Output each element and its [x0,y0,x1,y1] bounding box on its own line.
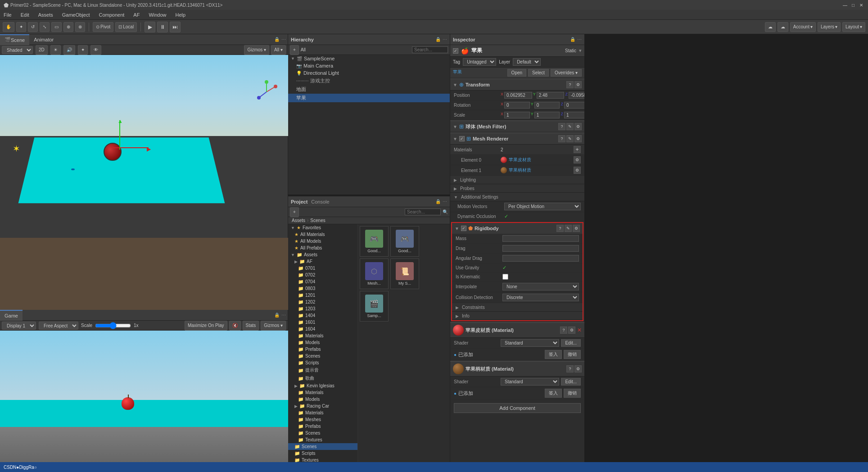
meshrenderer-edit-icon[interactable]: ✎ [566,135,574,142]
scene-more-icon[interactable]: ⋯ [281,37,286,42]
lighting-section[interactable]: ▶ Lighting [450,176,584,184]
meshrenderer-info-icon[interactable]: ? [558,135,565,142]
breadcrumb-assets[interactable]: Assets [292,218,305,223]
proj-1202[interactable]: 📁 1202 [288,299,357,305]
project-search-input[interactable] [405,209,441,215]
material1-info-icon[interactable]: ? [560,327,567,334]
proj-all-prefabs[interactable]: ★ All Prefabs [288,245,357,251]
proj-1601[interactable]: 📁 1601 [288,319,357,326]
project-add-button[interactable]: + [290,207,299,217]
play-button[interactable]: ▶ [145,22,155,32]
proj-scenes[interactable]: 📁 Scenes [288,443,357,450]
material1-remove-button[interactable]: 撤销 [564,350,581,359]
collab-button[interactable]: ☁ [765,22,776,32]
material2-edit-button[interactable]: Edit... [561,378,581,386]
local-button[interactable]: ⊡ Local [115,22,137,32]
scale-tool-button[interactable]: ⤡ [40,22,50,32]
additional-settings-section[interactable]: ▼ Additional Settings [450,193,584,201]
dynamic-occlusion-check[interactable]: ✓ [504,213,508,219]
lighting-toggle[interactable]: ☀ [50,45,61,55]
rigidbody-checkbox[interactable]: ✓ [461,226,466,231]
proj-scripts[interactable]: 📁 Scripts [288,450,357,457]
add-component-button[interactable]: Add Component [454,403,581,413]
effects-toggle[interactable]: ✦ [78,45,88,55]
hier-item-samplescene[interactable]: ▼ 🎬 SampleScene [288,55,450,62]
proj-af-scenes[interactable]: 📁 Scenes [288,353,357,359]
layer-select[interactable]: Default [513,58,541,66]
material1-settings-icon[interactable]: ⚙ [568,327,575,334]
proj-af-models[interactable]: 📁 Models [288,339,357,346]
proj-0803[interactable]: 📁 0803 [288,285,357,292]
material2-settings-icon[interactable]: ⚙ [574,365,582,372]
proj-0702[interactable]: 📁 0702 [288,272,357,278]
element1-settings-icon[interactable]: ⚙ [574,167,581,174]
project-lock-icon[interactable]: 🔒 [435,199,441,204]
material1-header[interactable]: 苹果皮材质 (Material) ? ⚙ ✕ [450,322,584,338]
obj-active-checkbox[interactable]: ✓ [453,48,458,54]
hand-tool-button[interactable]: ✋ [3,22,14,32]
mass-field[interactable]: 1 [502,235,579,242]
proj-rc-scenes[interactable]: 📁 Scenes [288,430,357,436]
hierarchy-lock-icon[interactable]: 🔒 [435,37,441,42]
meshfilter-info-icon[interactable]: ? [558,123,565,130]
step-button[interactable]: ⏭ [170,22,181,32]
hier-item-maincamera[interactable]: 📷 Main Camera [288,62,450,69]
pos-z-field[interactable] [569,92,584,99]
2d-toggle[interactable]: 2D [36,45,48,55]
meshfilter-settings-icon[interactable]: ⚙ [574,123,582,130]
overrides-button[interactable]: Overrides ▾ [551,69,582,77]
menu-assets[interactable]: Assets [36,11,55,18]
maximize-button[interactable]: □ [850,2,856,8]
proj-favorites[interactable]: ▼ ★ Favorites [288,224,357,231]
sc-x-field[interactable] [504,112,530,118]
game-tab[interactable]: Game [0,310,23,321]
meshrenderer-settings-icon[interactable]: ⚙ [574,135,582,142]
proj-assets-root[interactable]: ▼ 📁 Assets [288,251,357,258]
shading-dropdown[interactable]: Shaded [2,46,33,54]
move-tool-button[interactable]: ✦ [16,22,26,32]
element1-value[interactable]: 苹果柄材质 [509,167,572,173]
rect-tool-button[interactable]: ▭ [51,22,62,32]
animator-tab[interactable]: Animator [29,34,58,45]
proj-songs[interactable]: 📁 歌曲 [288,374,357,382]
obj-name[interactable]: 苹果 [471,47,562,54]
material2-header[interactable]: 苹果柄材质 (Material) ? ⚙ [450,361,584,377]
rigidbody-component-header[interactable]: ▼ ✓ ⬟ Rigidbody ? ✎ ⚙ [452,223,583,234]
custom-tool-button[interactable]: ⊗ [75,22,85,32]
rotate-tool-button[interactable]: ↺ [28,22,38,32]
hier-item-ground[interactable]: 地面 [288,85,450,94]
proj-sound-hint[interactable]: 📁 提示音 [288,366,357,374]
proj-af-materials[interactable]: 📁 Materials [288,332,357,339]
open-button[interactable]: Open [507,69,526,77]
meshrenderer-checkbox[interactable]: ✓ [459,136,465,141]
menu-gameobject[interactable]: GameObject [60,11,92,18]
select-button[interactable]: Select [528,69,549,77]
hidden-toggle[interactable]: 👁 [90,45,101,55]
proj-rc-prefabs[interactable]: 📁 Prefabs [288,423,357,430]
is-kinematic-checkbox[interactable] [502,274,508,280]
proj-kevin-models[interactable]: 📁 Models [288,396,357,403]
proj-all-materials[interactable]: ★ All Materials [288,231,357,238]
layers-button[interactable]: Layers ▾ [818,22,841,32]
menu-window[interactable]: Window [147,11,168,18]
minimize-button[interactable]: — [842,2,848,8]
interpolate-dropdown[interactable]: None [502,283,579,290]
scene-lock-icon[interactable]: 🔒 [274,37,280,42]
element0-value[interactable]: 苹果皮材质 [509,157,572,163]
material2-add-button[interactable]: 签入 [545,389,562,398]
proj-1203[interactable]: 📁 1203 [288,305,357,312]
proj-af-scripts[interactable]: 📁 Scripts [288,359,357,366]
thumb-samp[interactable]: 🎬 Samp... [360,291,389,322]
meshrenderer-component-header[interactable]: ▼ ✓ ⊞ Mesh Renderer ? ✎ ⚙ [450,132,584,145]
game-more-icon[interactable]: ⋯ [281,313,286,318]
mute-button[interactable]: 🔇 [229,321,241,331]
rot-z-field[interactable] [564,102,584,109]
project-more-icon[interactable]: ⋯ [443,199,447,204]
use-gravity-check[interactable]: ✓ [502,265,506,271]
pos-x-field[interactable] [504,92,532,99]
proj-af-prefabs[interactable]: 📁 Prefabs [288,346,357,353]
rigidbody-info-icon[interactable]: ? [556,225,564,232]
static-dropdown-icon[interactable]: ▾ [579,48,582,54]
all-button[interactable]: All ▾ [271,45,286,55]
thumb-mesh[interactable]: ⬡ Mesh... [360,259,389,289]
